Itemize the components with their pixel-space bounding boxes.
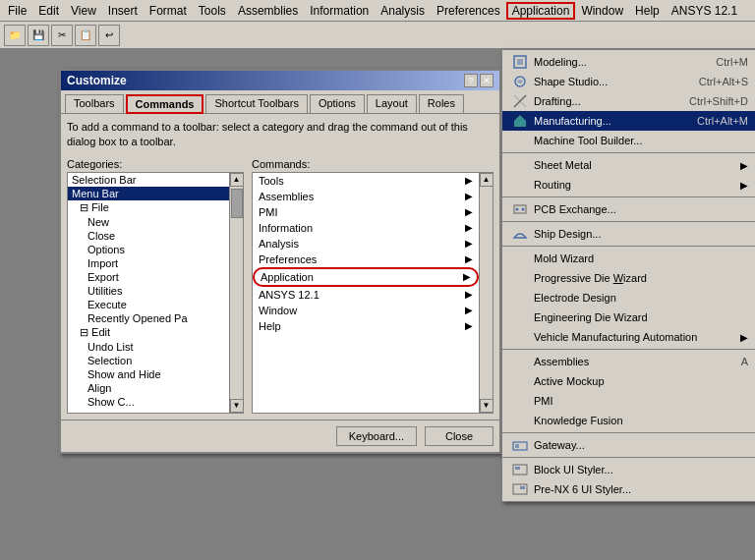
- menu-item-electrode[interactable]: Electrode Design: [502, 288, 755, 308]
- dialog-help-btn[interactable]: ?: [464, 74, 478, 87]
- menu-item-gateway[interactable]: Gateway...: [502, 435, 755, 455]
- menu-item-pmi-app[interactable]: PMI: [502, 391, 755, 411]
- cmd-analysis[interactable]: Analysis ▶: [253, 236, 479, 252]
- menu-item-modeling[interactable]: Modeling... Ctrl+M: [502, 52, 755, 72]
- svg-rect-15: [520, 486, 525, 489]
- dialog-close-btn[interactable]: ✕: [480, 74, 494, 87]
- menu-format[interactable]: Format: [144, 2, 193, 20]
- cmd-tools[interactable]: Tools ▶: [253, 173, 479, 189]
- tab-roles[interactable]: Roles: [419, 94, 464, 113]
- cmd-help[interactable]: Help ▶: [253, 318, 479, 334]
- cmd-arrow-ansys: ▶: [465, 289, 473, 300]
- menu-item-sheet-metal[interactable]: Sheet Metal ▶: [502, 155, 755, 175]
- menu-tools[interactable]: Tools: [193, 2, 232, 20]
- electrode-icon: [510, 290, 530, 306]
- menu-item-ship-design[interactable]: Ship Design...: [502, 224, 755, 244]
- scroll-down-btn[interactable]: ▼: [230, 399, 244, 413]
- cat-execute[interactable]: Execute: [68, 298, 229, 311]
- toolbar-btn-2[interactable]: 💾: [28, 25, 49, 46]
- tab-toolbars[interactable]: Toolbars: [65, 94, 124, 113]
- sheet-metal-label: Sheet Metal: [534, 159, 736, 171]
- toolbar-btn-4[interactable]: 📋: [75, 25, 96, 46]
- menu-item-manufacturing[interactable]: Manufacturing... Ctrl+Alt+M: [502, 111, 755, 131]
- scroll-thumb[interactable]: [231, 189, 243, 218]
- cat-menu-bar[interactable]: Menu Bar: [68, 187, 229, 200]
- toolbar-btn-5[interactable]: ↩: [98, 25, 120, 46]
- menu-ansys[interactable]: ANSYS 12.1: [666, 2, 743, 20]
- categories-list-content: Selection Bar Menu Bar ⊟ File New Close …: [68, 173, 229, 413]
- menu-assemblies[interactable]: Assemblies: [232, 2, 304, 20]
- menu-item-eng-die[interactable]: Engineering Die Wizard: [502, 308, 755, 327]
- menu-item-pre-nx6[interactable]: Pre-NX 6 UI Styler...: [502, 479, 755, 499]
- menu-information[interactable]: Information: [304, 2, 375, 20]
- menu-item-machine-tool[interactable]: Machine Tool Builder...: [502, 131, 755, 150]
- menu-file[interactable]: File: [2, 2, 32, 20]
- menu-help[interactable]: Help: [629, 2, 666, 20]
- cat-edit[interactable]: ⊟ Edit: [68, 325, 229, 340]
- menu-view[interactable]: View: [65, 2, 102, 20]
- scroll-up-btn[interactable]: ▲: [230, 173, 244, 187]
- cmd-ansys[interactable]: ANSYS 12.1 ▶: [253, 287, 479, 303]
- cat-undo-list[interactable]: Undo List: [68, 340, 229, 354]
- menu-item-routing[interactable]: Routing ▶: [502, 175, 755, 195]
- menu-item-shape-studio[interactable]: Shape Studio... Ctrl+Alt+S: [502, 72, 755, 91]
- cmd-arrow-pmi: ▶: [465, 206, 473, 217]
- cmd-application[interactable]: Application ▶: [253, 267, 479, 287]
- tab-shortcut-toolbars[interactable]: Shortcut Toolbars: [205, 94, 307, 113]
- cmd-scroll-down[interactable]: ▼: [480, 399, 494, 413]
- menu-item-block-ui[interactable]: Block UI Styler...: [502, 460, 755, 479]
- menu-item-pcb[interactable]: PCB Exchange...: [502, 199, 755, 219]
- menu-application[interactable]: Application: [506, 2, 576, 20]
- cmd-information[interactable]: Information ▶: [253, 220, 479, 236]
- tab-options[interactable]: Options: [310, 94, 365, 113]
- tab-layout[interactable]: Layout: [367, 94, 417, 113]
- tab-commands[interactable]: Commands: [126, 94, 204, 114]
- keyboard-button[interactable]: Keyboard...: [336, 426, 417, 446]
- cmd-pmi[interactable]: PMI ▶: [253, 204, 479, 220]
- drafting-shortcut: Ctrl+Shift+D: [689, 95, 748, 107]
- dialog-controls: ? ✕: [464, 74, 494, 87]
- manufacturing-icon: [510, 113, 530, 129]
- categories-listbox[interactable]: Selection Bar Menu Bar ⊟ File New Close …: [67, 172, 244, 414]
- commands-list-content: Tools ▶ Assemblies ▶ PMI ▶: [253, 173, 479, 413]
- menu-item-mold[interactable]: Mold Wizard: [502, 249, 755, 268]
- menu-item-vehicle-mfg[interactable]: Vehicle Manufacturing Automation ▶: [502, 327, 755, 347]
- cat-recently-opened[interactable]: Recently Opened Pa: [68, 311, 229, 325]
- menu-item-progressive-die[interactable]: Progressive Die Wizard: [502, 268, 755, 288]
- menu-item-active-mockup[interactable]: Active Mockup: [502, 371, 755, 391]
- menu-insert[interactable]: Insert: [102, 2, 144, 20]
- eng-die-icon: [510, 309, 530, 325]
- menu-item-drafting[interactable]: Drafting... Ctrl+Shift+D: [502, 91, 755, 111]
- cmd-preferences[interactable]: Preferences ▶: [253, 252, 479, 267]
- close-button[interactable]: Close: [425, 426, 494, 446]
- categories-scrollbar[interactable]: ▲ ▼: [229, 173, 243, 413]
- cat-close[interactable]: Close: [68, 229, 229, 243]
- cat-align[interactable]: Align: [68, 381, 229, 395]
- menu-preferences[interactable]: Preferences: [431, 2, 506, 20]
- toolbar-btn-1[interactable]: 📁: [4, 25, 26, 46]
- cat-selection-bar[interactable]: Selection Bar: [68, 173, 229, 187]
- cmd-arrow-tools: ▶: [465, 175, 473, 186]
- cat-new[interactable]: New: [68, 215, 229, 229]
- cat-file[interactable]: ⊟ File: [68, 200, 229, 215]
- cat-show-hide[interactable]: Show and Hide: [68, 367, 229, 381]
- menu-edit[interactable]: Edit: [32, 2, 65, 20]
- dialog-content: To add a command to a toolbar: select a …: [61, 114, 499, 420]
- cat-options[interactable]: Options: [68, 243, 229, 256]
- gateway-label: Gateway...: [534, 439, 748, 451]
- commands-scrollbar[interactable]: ▲ ▼: [479, 173, 493, 413]
- menu-item-knowledge-fusion[interactable]: Knowledge Fusion: [502, 411, 755, 430]
- cat-export[interactable]: Export: [68, 270, 229, 284]
- cat-selection[interactable]: Selection: [68, 354, 229, 367]
- menu-analysis[interactable]: Analysis: [375, 2, 431, 20]
- cmd-window[interactable]: Window ▶: [253, 303, 479, 318]
- menu-item-assemblies-app[interactable]: Assemblies A: [502, 352, 755, 371]
- commands-listbox[interactable]: Tools ▶ Assemblies ▶ PMI ▶: [252, 172, 494, 414]
- cat-show-c[interactable]: Show C...: [68, 395, 229, 409]
- cmd-scroll-up[interactable]: ▲: [480, 173, 494, 187]
- cmd-assemblies[interactable]: Assemblies ▶: [253, 189, 479, 204]
- cat-utilities[interactable]: Utilities: [68, 284, 229, 298]
- toolbar-btn-3[interactable]: ✂: [51, 25, 73, 46]
- menu-window[interactable]: Window: [575, 2, 629, 20]
- cat-import[interactable]: Import: [68, 256, 229, 270]
